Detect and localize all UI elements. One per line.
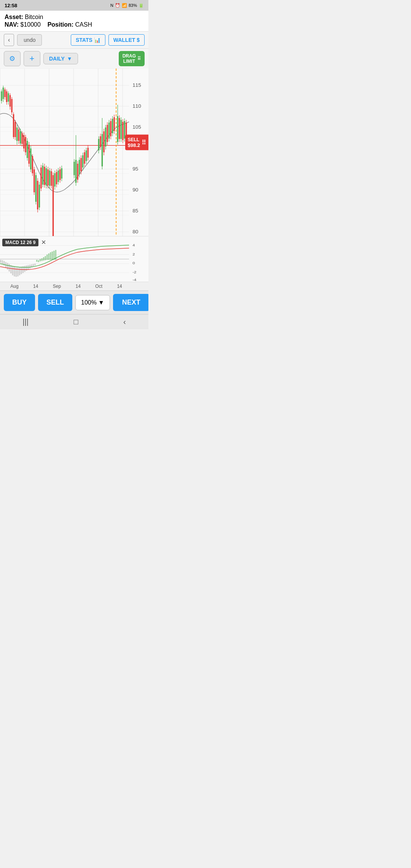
- x-label-14-aug: 14: [33, 284, 38, 289]
- svg-text:-4: -4: [132, 278, 136, 282]
- toolbar: ‹ undo STATS 📊 WALLET $: [0, 32, 148, 49]
- svg-rect-183: [48, 254, 49, 260]
- position-value: CASH: [75, 21, 92, 28]
- x-label-oct: Oct: [95, 284, 102, 289]
- sell-price-badge[interactable]: SELL $98.2 ⠿: [125, 134, 148, 150]
- status-right: N ⏰ 📶 83% 🔋: [110, 3, 144, 8]
- x-label-sep: Sep: [53, 284, 61, 289]
- drag-dots-icon: ⠿: [142, 139, 146, 146]
- drag-limit-label: DRAGLIMIT: [123, 53, 136, 64]
- wifi-icon: 📶: [122, 3, 127, 8]
- svg-text:0: 0: [132, 261, 135, 265]
- dropdown-icon: ▼: [67, 56, 72, 62]
- svg-rect-178: [40, 259, 41, 262]
- svg-rect-162: [12, 266, 13, 275]
- svg-rect-155: [0, 260, 1, 263]
- svg-rect-167: [21, 266, 22, 274]
- asset-header: Asset: Bitcoin NAV: $10000 Position: CAS…: [0, 11, 148, 32]
- drag-icon: ⠿: [137, 56, 141, 61]
- svg-text:95: 95: [132, 166, 138, 172]
- settings-button[interactable]: ⚙: [4, 51, 21, 66]
- svg-text:2: 2: [132, 252, 135, 256]
- svg-text:4: 4: [132, 243, 135, 247]
- status-bar: 12:58 N ⏰ 📶 83% 🔋: [0, 0, 148, 11]
- x-label-14-sep: 14: [76, 284, 81, 289]
- next-button[interactable]: NEXT: [113, 294, 148, 311]
- svg-rect-166: [19, 267, 20, 275]
- wallet-label: WALLET $: [113, 37, 140, 43]
- timeframe-button[interactable]: DAILY ▼: [43, 53, 78, 64]
- svg-rect-160: [9, 264, 10, 271]
- nav-back-icon[interactable]: ‹: [123, 318, 126, 326]
- asset-nav: NAV: $10000 Position: CASH: [5, 21, 144, 28]
- svg-rect-164: [16, 267, 17, 277]
- nav-label: NAV:: [5, 21, 19, 28]
- svg-rect-176: [36, 260, 37, 262]
- nav-home-icon[interactable]: □: [73, 318, 78, 326]
- nav-value: $10000: [21, 21, 41, 28]
- svg-rect-165: [17, 267, 18, 276]
- wallet-button[interactable]: WALLET $: [108, 34, 145, 46]
- svg-text:-2: -2: [132, 270, 136, 274]
- asset-label: Asset:: [5, 14, 23, 20]
- svg-rect-170: [26, 265, 27, 271]
- buy-button[interactable]: BUY: [4, 294, 35, 311]
- stats-icon: 📊: [94, 37, 100, 43]
- sell-action-button[interactable]: SELL: [38, 294, 72, 311]
- daily-label: DAILY: [49, 56, 65, 62]
- macd-panel: MACD 12 26 9 ✕: [0, 236, 148, 282]
- svg-rect-174: [33, 264, 34, 266]
- sell-badge-content: SELL $98.2: [127, 137, 140, 148]
- svg-text:115: 115: [132, 83, 141, 88]
- svg-rect-179: [41, 258, 43, 261]
- svg-rect-169: [24, 266, 25, 272]
- svg-rect-156: [2, 260, 3, 264]
- navigation-bar: ||| □ ‹: [0, 314, 148, 329]
- candlestick-chart: 115 110 105 100 – 95 90 85 80: [0, 69, 148, 236]
- svg-text:110: 110: [132, 104, 141, 109]
- drag-limit-button[interactable]: DRAGLIMIT ⠿: [119, 51, 145, 66]
- plus-icon: +: [30, 54, 35, 64]
- stats-button[interactable]: STATS 📊: [71, 34, 105, 46]
- chart-toolbar: ⚙ + DAILY ▼ DRAGLIMIT ⠿: [0, 49, 148, 69]
- alarm-icon: ⏰: [115, 3, 120, 8]
- gear-icon: ⚙: [9, 54, 15, 63]
- svg-rect-180: [43, 257, 44, 261]
- svg-rect-185: [52, 252, 53, 260]
- svg-text:105: 105: [132, 124, 141, 130]
- bottom-bar: BUY SELL 100% ▼ NEXT: [0, 290, 148, 314]
- svg-rect-159: [7, 263, 8, 270]
- add-indicator-button[interactable]: +: [24, 51, 40, 66]
- sell-price: $98.2: [127, 142, 140, 148]
- svg-rect-181: [45, 256, 46, 260]
- x-label-14-oct: 14: [117, 284, 122, 289]
- main-chart[interactable]: 115 110 105 100 – 95 90 85 80 SELL $98.2…: [0, 69, 148, 236]
- macd-close-button[interactable]: ✕: [41, 239, 46, 246]
- asset-title: Asset: Bitcoin: [5, 14, 144, 21]
- sell-label: SELL: [127, 137, 140, 142]
- svg-rect-177: [38, 260, 39, 262]
- position-label: Position:: [48, 21, 73, 28]
- nav-menu-icon[interactable]: |||: [22, 318, 29, 326]
- back-button[interactable]: ‹: [4, 34, 14, 46]
- svg-rect-172: [29, 265, 30, 268]
- nfc-icon: N: [110, 3, 113, 8]
- macd-label: MACD 12 26 9: [2, 239, 38, 246]
- svg-text:80: 80: [132, 229, 138, 235]
- percent-button[interactable]: 100% ▼: [75, 295, 110, 310]
- battery-text: 83%: [129, 3, 137, 8]
- status-time: 12:58: [5, 3, 17, 8]
- svg-text:90: 90: [132, 187, 138, 193]
- percent-label: 100%: [81, 299, 97, 306]
- asset-value: Bitcoin: [25, 14, 43, 20]
- undo-button[interactable]: undo: [17, 34, 42, 46]
- stats-label: STATS: [76, 37, 92, 43]
- svg-rect-175: [34, 263, 35, 265]
- svg-text:85: 85: [132, 208, 138, 214]
- battery-icon: 🔋: [139, 3, 144, 8]
- percent-dropdown-icon: ▼: [98, 299, 104, 306]
- svg-rect-163: [14, 266, 15, 276]
- svg-rect-182: [46, 255, 48, 260]
- x-label-aug: Aug: [10, 284, 18, 289]
- x-axis: Aug 14 Sep 14 Oct 14: [0, 282, 148, 290]
